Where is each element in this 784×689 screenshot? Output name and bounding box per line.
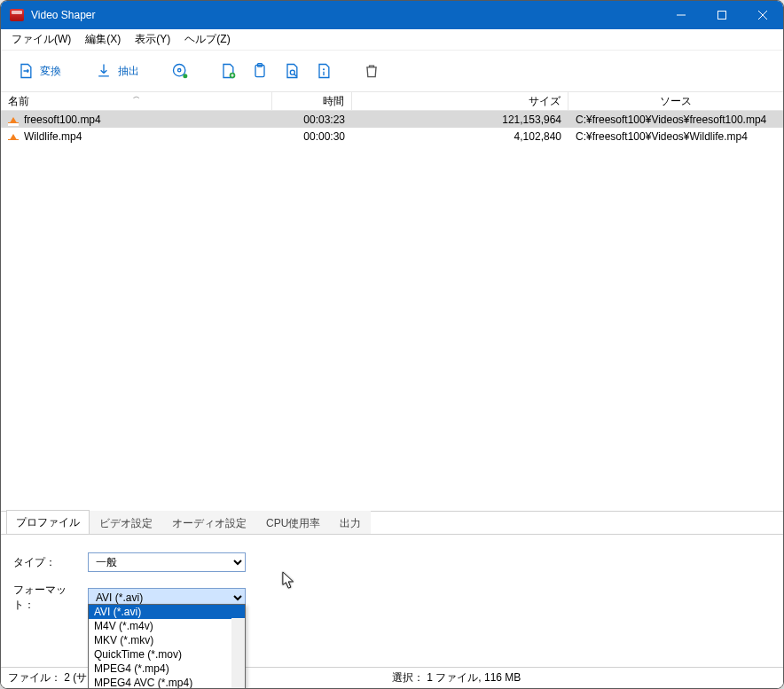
format-option[interactable]: AVI (*.avi): [89, 605, 245, 619]
col-name[interactable]: 名前︿: [1, 92, 272, 110]
cell-size: 121,153,964: [352, 111, 568, 128]
menu-file[interactable]: ファイル(W): [4, 30, 78, 49]
type-select[interactable]: 一般: [88, 552, 246, 572]
format-option[interactable]: M4V (*.m4v): [89, 619, 245, 633]
profile-panel: タイプ： 一般 フォーマット： AVI (*.avi) AVI (*.avi)M…: [1, 534, 783, 667]
convert-icon: [17, 62, 35, 80]
format-option[interactable]: QuickTime (*.mov): [89, 647, 245, 662]
format-option[interactable]: MPEG4 (*.mp4): [89, 662, 245, 676]
maximize-button[interactable]: [702, 1, 742, 29]
svg-point-1: [174, 65, 185, 76]
cell-source: C:¥freesoft100¥Videos¥freesoft100.mp4: [568, 111, 783, 128]
col-source[interactable]: ソース: [568, 92, 783, 110]
paste-icon: [251, 62, 269, 80]
tab-profile[interactable]: プロファイル: [6, 510, 90, 535]
file-list[interactable]: freesoft100.mp400:03:23121,153,964C:¥fre…: [1, 111, 783, 511]
convert-label: 変換: [40, 64, 61, 79]
col-time[interactable]: 時間: [272, 92, 352, 110]
bottom-tabs: プロファイル ビデオ設定 オーディオ設定 CPU使用率 出力: [1, 511, 783, 534]
cell-time: 00:00:30: [272, 128, 352, 145]
menu-view[interactable]: 表示(Y): [128, 30, 177, 49]
cell-size: 4,102,840: [352, 128, 568, 145]
svg-point-8: [323, 68, 325, 70]
extract-label: 抽出: [118, 64, 139, 79]
tab-cpu[interactable]: CPU使用率: [256, 511, 330, 535]
svg-point-2: [178, 69, 181, 72]
column-headers: 名前︿ 時間 サイズ ソース: [1, 91, 783, 111]
toolbar: 変換 抽出: [1, 51, 783, 91]
extract-button[interactable]: 抽出: [88, 59, 146, 83]
cell-source: C:¥freesoft100¥Videos¥Wildlife.mp4: [568, 128, 783, 145]
format-dropdown[interactable]: AVI (*.avi)M4V (*.m4v)MKV (*.mkv)QuickTi…: [88, 604, 246, 689]
tab-output[interactable]: 出力: [330, 511, 371, 535]
col-size[interactable]: サイズ: [352, 92, 568, 110]
minimize-button[interactable]: [661, 1, 702, 29]
add-file-button[interactable]: [214, 59, 242, 83]
search-file-icon: [283, 62, 301, 80]
add-file-icon: [219, 62, 237, 80]
cell-time: 00:03:23: [272, 111, 352, 128]
trash-icon: [363, 62, 380, 80]
vlc-cone-icon: [8, 130, 19, 143]
type-label: タイプ：: [13, 555, 77, 570]
app-icon: [10, 9, 24, 21]
file-info-button[interactable]: [310, 59, 338, 83]
disc-button[interactable]: [166, 59, 194, 83]
table-row[interactable]: Wildlife.mp400:00:304,102,840C:¥freesoft…: [1, 128, 783, 145]
svg-rect-0: [718, 12, 726, 20]
search-file-button[interactable]: [278, 59, 306, 83]
table-row[interactable]: freesoft100.mp400:03:23121,153,964C:¥fre…: [1, 111, 783, 128]
menu-help[interactable]: ヘルプ(Z): [177, 30, 237, 49]
close-button[interactable]: [742, 1, 783, 29]
cell-name: freesoft100.mp4: [1, 111, 272, 128]
format-option[interactable]: MPEG4 AVC (*.mp4): [89, 676, 245, 689]
menu-edit[interactable]: 編集(X): [78, 30, 128, 49]
vlc-cone-icon: [8, 114, 19, 126]
dropdown-scrollbar[interactable]: [231, 618, 245, 689]
app-window: Video Shaper ファイル(W) 編集(X) 表示(Y) ヘルプ(Z) …: [0, 0, 784, 689]
cell-name: Wildlife.mp4: [1, 128, 272, 145]
sort-indicator-icon: ︿: [133, 91, 140, 101]
titlebar[interactable]: Video Shaper: [1, 1, 783, 29]
menubar: ファイル(W) 編集(X) 表示(Y) ヘルプ(Z): [1, 29, 783, 51]
tab-audio[interactable]: オーディオ設定: [162, 511, 256, 535]
format-option[interactable]: MKV (*.mkv): [89, 633, 245, 647]
status-right: 選択： 1 ファイル, 116 MB: [392, 670, 783, 685]
delete-button[interactable]: [357, 59, 386, 83]
svg-point-3: [183, 74, 187, 78]
tab-video[interactable]: ビデオ設定: [90, 511, 162, 535]
file-info-icon: [315, 62, 333, 80]
disc-icon: [171, 62, 189, 80]
window-title: Video Shaper: [31, 9, 661, 21]
paste-button[interactable]: [246, 59, 274, 83]
convert-button[interactable]: 変換: [10, 59, 68, 83]
extract-icon: [95, 62, 113, 80]
svg-point-7: [290, 70, 294, 74]
format-label: フォーマット：: [13, 583, 77, 613]
